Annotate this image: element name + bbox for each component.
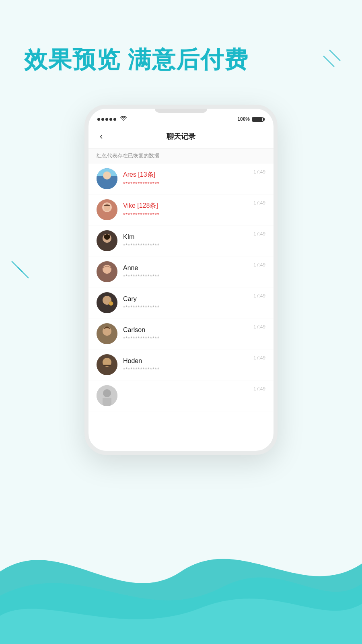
chat-info-anne: Anne *************** bbox=[123, 264, 253, 279]
avatar-anne bbox=[97, 261, 117, 282]
chat-info-klm: KIm *************** bbox=[123, 233, 253, 248]
chat-name-vike: Vike [128条] bbox=[123, 202, 253, 210]
svg-rect-17 bbox=[103, 274, 111, 282]
svg-point-6 bbox=[103, 171, 111, 180]
chat-item-unknown[interactable]: 17:49 bbox=[88, 380, 274, 411]
chat-info-carlson: Carlson *************** bbox=[123, 326, 253, 341]
svg-rect-20 bbox=[103, 305, 111, 313]
battery-icon bbox=[252, 117, 265, 122]
svg-point-21 bbox=[109, 301, 113, 305]
chat-info-cary: Cary *************** bbox=[123, 295, 253, 310]
avatar-klm bbox=[97, 230, 117, 251]
chat-list: Ares [13条] *************** 17:49 Vike [1… bbox=[88, 163, 274, 411]
chat-item-carlson[interactable]: Carlson *************** 17:49 bbox=[88, 318, 274, 349]
chat-preview-klm: *************** bbox=[123, 242, 253, 248]
chat-info-vike: Vike [128条] *************** bbox=[123, 202, 253, 218]
nav-bar: ‹ 聊天记录 bbox=[88, 126, 274, 149]
page-headline: 效果预览 满意后付费 bbox=[24, 44, 249, 76]
chat-item-hoden[interactable]: Hoden *************** 17:49 bbox=[88, 349, 274, 380]
deco-lines-left bbox=[10, 258, 40, 282]
chat-preview-cary: *************** bbox=[123, 304, 253, 310]
chat-preview-ares: *************** bbox=[123, 181, 253, 187]
phone-notch bbox=[155, 109, 207, 113]
signal-dot-3 bbox=[105, 118, 108, 121]
chat-info-unknown bbox=[123, 395, 253, 396]
chat-name-ares: Ares [13条] bbox=[123, 171, 253, 179]
back-button[interactable]: ‹ bbox=[97, 130, 106, 143]
notice-text: 红色代表存在已恢复的数据 bbox=[97, 153, 159, 159]
chat-name-hoden: Hoden bbox=[123, 357, 253, 365]
svg-rect-14 bbox=[103, 243, 111, 251]
chat-preview-carlson: *************** bbox=[123, 335, 253, 341]
phone-mockup: 100% ‹ 聊天记录 红色代表存在已恢复的数据 bbox=[84, 105, 278, 455]
svg-rect-31 bbox=[103, 398, 111, 406]
chat-time-ares: 17:49 bbox=[253, 169, 265, 175]
chat-name-carlson: Carlson bbox=[123, 326, 253, 334]
chat-time-vike: 17:49 bbox=[253, 200, 265, 206]
chat-info-ares: Ares [13条] *************** bbox=[123, 171, 253, 187]
chat-time-hoden: 17:49 bbox=[253, 355, 265, 361]
chat-preview-vike: *************** bbox=[123, 212, 253, 218]
svg-rect-7 bbox=[104, 180, 110, 189]
chat-preview-hoden: *************** bbox=[123, 366, 253, 372]
avatar-unknown bbox=[97, 385, 117, 406]
signal-dot-1 bbox=[97, 118, 100, 121]
signal-dot-2 bbox=[101, 118, 104, 121]
chat-name-cary: Cary bbox=[123, 295, 253, 303]
chat-time-unknown: 17:49 bbox=[253, 386, 265, 392]
chat-item-ares[interactable]: Ares [13条] *************** 17:49 bbox=[88, 163, 274, 194]
svg-rect-28 bbox=[103, 365, 111, 366]
chat-item-anne[interactable]: Anne *************** 17:49 bbox=[88, 256, 274, 287]
chat-time-carlson: 17:49 bbox=[253, 324, 265, 330]
chat-name-klm: KIm bbox=[123, 233, 253, 241]
chat-item-vike[interactable]: Vike [128条] *************** 17:49 bbox=[88, 194, 274, 225]
svg-rect-24 bbox=[103, 336, 111, 344]
svg-point-23 bbox=[103, 327, 111, 336]
svg-rect-27 bbox=[103, 367, 111, 375]
chat-info-hoden: Hoden *************** bbox=[123, 357, 253, 372]
avatar-cary bbox=[97, 292, 117, 313]
svg-line-3 bbox=[18, 268, 28, 278]
notice-banner: 红色代表存在已恢复的数据 bbox=[88, 149, 274, 163]
chat-preview-anne: *************** bbox=[123, 273, 253, 279]
background-wave bbox=[0, 491, 362, 644]
chat-time-anne: 17:49 bbox=[253, 262, 265, 268]
avatar-hoden bbox=[97, 354, 117, 375]
svg-rect-10 bbox=[102, 212, 112, 220]
svg-line-0 bbox=[330, 50, 340, 60]
wifi-icon bbox=[120, 116, 127, 122]
chat-item-cary[interactable]: Cary *************** 17:49 bbox=[88, 287, 274, 318]
svg-line-1 bbox=[324, 56, 334, 66]
status-left bbox=[97, 116, 127, 122]
chat-time-cary: 17:49 bbox=[253, 293, 265, 299]
chat-item-klm[interactable]: KIm *************** 17:49 bbox=[88, 225, 274, 256]
avatar-carlson bbox=[97, 323, 117, 344]
signal-dot-5 bbox=[113, 118, 116, 121]
avatar-vike bbox=[97, 199, 117, 220]
chat-name-anne: Anne bbox=[123, 264, 253, 272]
battery-pct-label: 100% bbox=[237, 116, 250, 122]
nav-title: 聊天记录 bbox=[167, 132, 195, 141]
svg-point-30 bbox=[103, 389, 111, 397]
status-right: 100% bbox=[237, 116, 265, 122]
avatar-ares bbox=[97, 168, 117, 189]
signal-dots bbox=[97, 118, 116, 121]
chat-time-klm: 17:49 bbox=[253, 231, 265, 237]
deco-lines-top-right bbox=[306, 48, 342, 74]
signal-dot-4 bbox=[109, 118, 112, 121]
